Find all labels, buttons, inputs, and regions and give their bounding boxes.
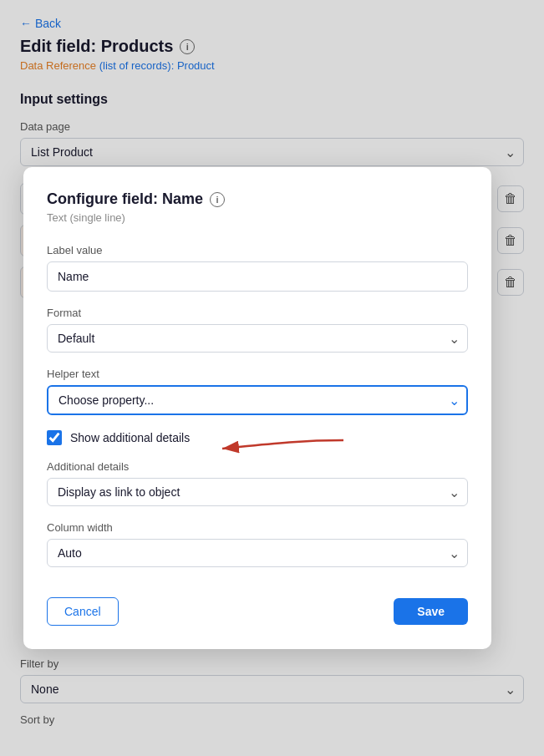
format-label: Format [47,307,468,319]
show-additional-checkbox[interactable] [47,430,62,445]
modal-footer: Cancel Save [47,591,468,626]
configure-field-modal: Configure field: Name i Text (single lin… [23,167,491,649]
helper-text-label: Helper text [47,368,468,380]
cancel-button[interactable]: Cancel [47,597,119,626]
label-value-input[interactable] [47,261,468,292]
annotation-arrow [214,424,348,465]
show-additional-label: Show additional details [70,431,190,444]
column-width-select-wrapper: Auto ⌄ [47,539,468,567]
column-width-label: Column width [47,521,468,534]
format-select[interactable]: Default [47,324,468,353]
helper-text-select-wrapper: Choose property... ⌄ [47,385,468,415]
modal-info-icon[interactable]: i [210,192,225,207]
column-width-field: Column width Auto ⌄ [47,521,468,567]
modal-title-text: Configure field: Name [47,190,203,208]
additional-details-select-wrapper: Display as link to object ⌄ [47,478,468,506]
modal-overlay: Configure field: Name i Text (single lin… [0,0,544,756]
save-button[interactable]: Save [394,598,468,625]
modal-title: Configure field: Name i [47,190,468,208]
label-value-field: Label value [47,244,468,292]
format-field: Format Default ⌄ [47,307,468,353]
label-value-label: Label value [47,244,468,256]
show-additional-row: Show additional details [47,430,468,445]
format-select-wrapper: Default ⌄ [47,324,468,353]
additional-details-field: Additional details Display as link to ob… [47,460,468,506]
helper-text-field: Helper text Choose property... ⌄ [47,368,468,415]
additional-details-select[interactable]: Display as link to object [47,478,468,506]
modal-subtitle: Text (single line) [47,211,468,224]
column-width-select[interactable]: Auto [47,539,468,567]
helper-text-select[interactable]: Choose property... [47,385,468,415]
